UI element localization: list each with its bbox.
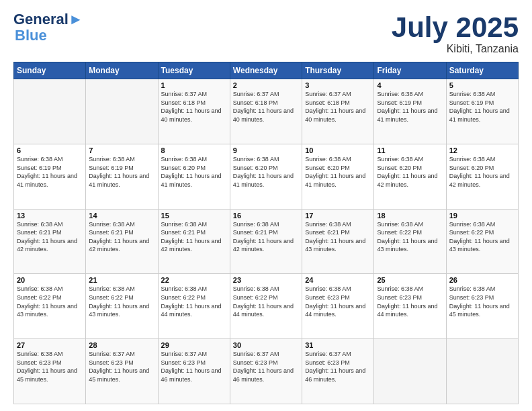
day-info: Sunrise: 6:38 AM Sunset: 6:21 PM Dayligh… [17,220,83,254]
day-number: 24 [305,276,371,284]
day-info: Sunrise: 6:38 AM Sunset: 6:20 PM Dayligh… [305,155,371,189]
day-number: 11 [377,146,443,154]
day-number: 10 [305,146,371,154]
calendar-cell: 17Sunrise: 6:38 AM Sunset: 6:21 PM Dayli… [302,209,374,274]
day-info: Sunrise: 6:37 AM Sunset: 6:18 PM Dayligh… [233,90,299,124]
day-number: 19 [449,212,515,220]
logo-text: General► [13,12,83,27]
weekday-header: Saturday [446,62,518,79]
calendar-cell: 13Sunrise: 6:38 AM Sunset: 6:21 PM Dayli… [14,209,86,274]
day-number: 29 [161,341,227,349]
day-info: Sunrise: 6:37 AM Sunset: 6:23 PM Dayligh… [161,350,227,383]
day-info: Sunrise: 6:38 AM Sunset: 6:20 PM Dayligh… [449,155,515,189]
calendar-cell: 22Sunrise: 6:38 AM Sunset: 6:22 PM Dayli… [158,274,230,339]
day-number: 12 [449,146,515,154]
day-number: 20 [17,276,83,284]
calendar-cell: 27Sunrise: 6:38 AM Sunset: 6:23 PM Dayli… [14,339,86,404]
calendar-week-row: 20Sunrise: 6:38 AM Sunset: 6:22 PM Dayli… [14,274,519,339]
header: General► Blue July 2025 Kibiti, Tanzania [13,12,519,55]
day-info: Sunrise: 6:38 AM Sunset: 6:22 PM Dayligh… [161,285,227,318]
day-info: Sunrise: 6:38 AM Sunset: 6:22 PM Dayligh… [89,285,154,318]
calendar-cell: 23Sunrise: 6:38 AM Sunset: 6:22 PM Dayli… [230,274,302,339]
day-info: Sunrise: 6:37 AM Sunset: 6:18 PM Dayligh… [161,90,227,124]
day-info: Sunrise: 6:38 AM Sunset: 6:21 PM Dayligh… [305,220,371,254]
day-number: 27 [17,341,83,349]
calendar-cell: 7Sunrise: 6:38 AM Sunset: 6:19 PM Daylig… [86,144,158,209]
calendar-week-row: 1Sunrise: 6:37 AM Sunset: 6:18 PM Daylig… [14,79,519,144]
day-number: 13 [17,212,83,220]
day-info: Sunrise: 6:38 AM Sunset: 6:20 PM Dayligh… [377,155,443,189]
day-number: 9 [233,146,299,154]
day-info: Sunrise: 6:38 AM Sunset: 6:23 PM Dayligh… [17,350,83,383]
day-info: Sunrise: 6:38 AM Sunset: 6:19 PM Dayligh… [377,90,443,124]
day-info: Sunrise: 6:38 AM Sunset: 6:21 PM Dayligh… [233,220,299,254]
day-info: Sunrise: 6:38 AM Sunset: 6:20 PM Dayligh… [161,155,227,189]
calendar-cell: 25Sunrise: 6:38 AM Sunset: 6:23 PM Dayli… [374,274,446,339]
day-info: Sunrise: 6:38 AM Sunset: 6:22 PM Dayligh… [449,220,515,254]
location: Kibiti, Tanzania [392,43,519,55]
calendar-header-row: SundayMondayTuesdayWednesdayThursdayFrid… [14,62,519,79]
day-info: Sunrise: 6:38 AM Sunset: 6:19 PM Dayligh… [89,155,154,189]
day-info: Sunrise: 6:37 AM Sunset: 6:18 PM Dayligh… [305,90,371,124]
calendar-cell: 10Sunrise: 6:38 AM Sunset: 6:20 PM Dayli… [302,144,374,209]
page: General► Blue July 2025 Kibiti, Tanzania… [0,0,532,411]
day-info: Sunrise: 6:38 AM Sunset: 6:20 PM Dayligh… [233,155,299,189]
weekday-header: Monday [86,62,158,79]
calendar-cell: 26Sunrise: 6:38 AM Sunset: 6:23 PM Dayli… [446,274,518,339]
day-number: 4 [377,81,443,89]
calendar-cell: 8Sunrise: 6:38 AM Sunset: 6:20 PM Daylig… [158,144,230,209]
day-number: 8 [161,146,227,154]
calendar-cell: 20Sunrise: 6:38 AM Sunset: 6:22 PM Dayli… [14,274,86,339]
calendar-cell: 19Sunrise: 6:38 AM Sunset: 6:22 PM Dayli… [446,209,518,274]
weekday-header: Wednesday [230,62,302,79]
calendar-cell [86,79,158,144]
day-info: Sunrise: 6:38 AM Sunset: 6:23 PM Dayligh… [305,285,371,318]
calendar-cell: 14Sunrise: 6:38 AM Sunset: 6:21 PM Dayli… [86,209,158,274]
day-number: 26 [449,276,515,284]
calendar: SundayMondayTuesdayWednesdayThursdayFrid… [13,62,519,404]
day-info: Sunrise: 6:37 AM Sunset: 6:23 PM Dayligh… [305,350,371,383]
day-number: 1 [161,81,227,89]
calendar-cell: 31Sunrise: 6:37 AM Sunset: 6:23 PM Dayli… [302,339,374,404]
day-info: Sunrise: 6:38 AM Sunset: 6:21 PM Dayligh… [89,220,154,254]
weekday-header: Tuesday [158,62,230,79]
calendar-week-row: 27Sunrise: 6:38 AM Sunset: 6:23 PM Dayli… [14,339,519,404]
day-number: 6 [17,146,83,154]
day-info: Sunrise: 6:38 AM Sunset: 6:23 PM Dayligh… [377,285,443,318]
calendar-cell: 29Sunrise: 6:37 AM Sunset: 6:23 PM Dayli… [158,339,230,404]
logo: General► Blue [13,12,83,44]
calendar-cell: 15Sunrise: 6:38 AM Sunset: 6:21 PM Dayli… [158,209,230,274]
day-info: Sunrise: 6:38 AM Sunset: 6:22 PM Dayligh… [377,220,443,254]
day-number: 22 [161,276,227,284]
day-number: 2 [233,81,299,89]
day-info: Sunrise: 6:37 AM Sunset: 6:23 PM Dayligh… [89,350,154,383]
calendar-cell: 12Sunrise: 6:38 AM Sunset: 6:20 PM Dayli… [446,144,518,209]
calendar-cell: 18Sunrise: 6:38 AM Sunset: 6:22 PM Dayli… [374,209,446,274]
day-number: 18 [377,212,443,220]
calendar-cell: 2Sunrise: 6:37 AM Sunset: 6:18 PM Daylig… [230,79,302,144]
day-number: 21 [89,276,154,284]
day-number: 30 [233,341,299,349]
calendar-cell: 16Sunrise: 6:38 AM Sunset: 6:21 PM Dayli… [230,209,302,274]
day-number: 7 [89,146,154,154]
day-number: 28 [89,341,154,349]
calendar-cell: 24Sunrise: 6:38 AM Sunset: 6:23 PM Dayli… [302,274,374,339]
day-number: 14 [89,212,154,220]
day-info: Sunrise: 6:38 AM Sunset: 6:21 PM Dayligh… [161,220,227,254]
weekday-header: Sunday [14,62,86,79]
weekday-header: Friday [374,62,446,79]
day-number: 31 [305,341,371,349]
calendar-cell: 1Sunrise: 6:37 AM Sunset: 6:18 PM Daylig… [158,79,230,144]
calendar-cell: 11Sunrise: 6:38 AM Sunset: 6:20 PM Dayli… [374,144,446,209]
calendar-cell: 30Sunrise: 6:37 AM Sunset: 6:23 PM Dayli… [230,339,302,404]
day-info: Sunrise: 6:38 AM Sunset: 6:22 PM Dayligh… [17,285,83,318]
day-number: 3 [305,81,371,89]
day-info: Sunrise: 6:38 AM Sunset: 6:23 PM Dayligh… [449,285,515,318]
day-number: 16 [233,212,299,220]
day-number: 23 [233,276,299,284]
calendar-cell: 6Sunrise: 6:38 AM Sunset: 6:19 PM Daylig… [14,144,86,209]
calendar-cell [374,339,446,404]
day-info: Sunrise: 6:38 AM Sunset: 6:22 PM Dayligh… [233,285,299,318]
calendar-cell: 4Sunrise: 6:38 AM Sunset: 6:19 PM Daylig… [374,79,446,144]
day-number: 15 [161,212,227,220]
